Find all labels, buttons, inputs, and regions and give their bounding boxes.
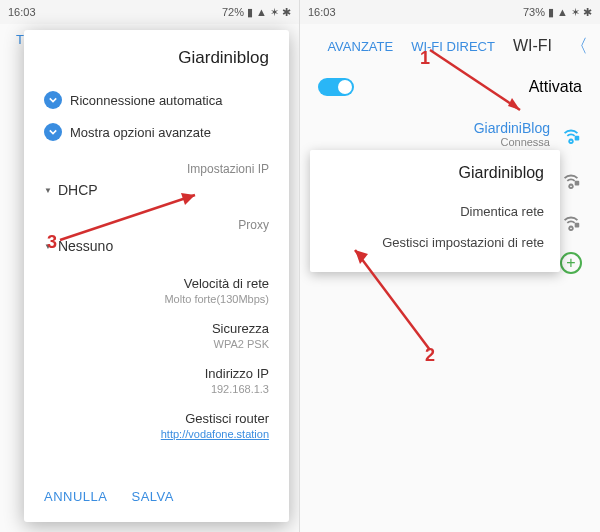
- plus-icon: +: [560, 252, 582, 274]
- wifi-name: GiardiniBlog: [318, 120, 550, 136]
- cancel-button[interactable]: ANNULLA: [44, 489, 107, 504]
- ip-value: 192.168.1.3: [44, 383, 269, 395]
- show-advanced-label: Mostra opzioni avanzate: [70, 125, 211, 140]
- popup-title: Giardiniblog: [326, 164, 544, 182]
- svg-rect-1: [575, 181, 580, 186]
- annotation-number-1: 1: [420, 48, 430, 69]
- dropdown-triangle-icon: ▼: [44, 186, 52, 195]
- back-chevron-icon[interactable]: 〉: [570, 34, 588, 58]
- save-button[interactable]: SALVA: [131, 489, 173, 504]
- svg-rect-2: [575, 223, 580, 228]
- security-label: Sicurezza: [44, 321, 269, 336]
- network-settings-dialog: Giardiniblog Riconnessione automatica Mo…: [24, 30, 289, 522]
- wifi-toggle[interactable]: [318, 78, 354, 96]
- chevron-down-icon: [44, 123, 62, 141]
- ip-label: Indirizzo IP: [44, 366, 269, 381]
- toggle-label: Attivata: [529, 78, 582, 96]
- security-block: Sicurezza WPA2 PSK: [44, 321, 269, 350]
- ip-settings-label: Impostazioni IP: [44, 162, 269, 176]
- router-block: Gestisci router http://vodafone.station: [44, 411, 269, 440]
- status-time: 16:03: [8, 6, 36, 18]
- status-bar-right: 16:03 73%▮ ▲ ✶ ✱: [300, 0, 600, 24]
- network-context-popup: Giardiniblog Dimentica rete Gestisci imp…: [310, 150, 560, 272]
- screen-wifi-list: 16:03 73%▮ ▲ ✶ ✱ 〉 WI-FI WI-FI DIRECT AV…: [300, 0, 600, 532]
- wifi-locked-icon: [560, 210, 582, 232]
- annotation-number-3: 3: [47, 232, 57, 253]
- ip-settings-dropdown[interactable]: DHCP ▼: [44, 176, 269, 204]
- avanzate-link[interactable]: AVANZATE: [327, 39, 393, 54]
- dialog-title: Giardiniblog: [44, 48, 269, 68]
- proxy-label: Proxy: [44, 218, 269, 232]
- ip-address-block: Indirizzo IP 192.168.1.3: [44, 366, 269, 395]
- svg-rect-0: [575, 136, 580, 141]
- auto-reconnect-row[interactable]: Riconnessione automatica: [44, 84, 269, 116]
- annotation-number-2: 2: [425, 345, 435, 366]
- status-icons: 73%▮ ▲ ✶ ✱: [523, 6, 592, 19]
- auto-reconnect-label: Riconnessione automatica: [70, 93, 222, 108]
- show-advanced-row[interactable]: Mostra opzioni avanzate: [44, 116, 269, 148]
- router-label: Gestisci router: [44, 411, 269, 426]
- speed-value: Molto forte(130Mbps): [44, 293, 269, 305]
- ip-settings-value: DHCP: [58, 182, 98, 198]
- router-link[interactable]: http://vodafone.station: [44, 428, 269, 440]
- screen-dialog: 16:03 72%▮ ▲ ✶ ✱ TE Giardiniblog Riconne…: [0, 0, 300, 532]
- speed-label: Velocità di rete: [44, 276, 269, 291]
- proxy-dropdown[interactable]: Nessuno ▼: [44, 232, 269, 260]
- status-bar-left: 16:03 72%▮ ▲ ✶ ✱: [0, 0, 299, 24]
- wifi-header: 〉 WI-FI WI-FI DIRECT AVANZATE: [300, 24, 600, 68]
- status-time: 16:03: [308, 6, 336, 18]
- security-value: WPA2 PSK: [44, 338, 269, 350]
- dialog-actions: ANNULLA SALVA: [44, 475, 269, 504]
- wifi-locked-icon: [560, 168, 582, 190]
- network-speed-block: Velocità di rete Molto forte(130Mbps): [44, 276, 269, 305]
- wifi-toggle-row: Attivata: [300, 68, 600, 106]
- status-icons: 72%▮ ▲ ✶ ✱: [222, 6, 291, 19]
- proxy-value: Nessuno: [58, 238, 113, 254]
- wifi-title: WI-FI: [513, 37, 552, 55]
- forget-network-item[interactable]: Dimentica rete: [326, 196, 544, 227]
- chevron-down-icon: [44, 91, 62, 109]
- wifi-status: Connessa: [318, 136, 550, 148]
- wifi-locked-icon: [560, 123, 582, 145]
- manage-network-item[interactable]: Gestisci impostazioni di rete: [326, 227, 544, 258]
